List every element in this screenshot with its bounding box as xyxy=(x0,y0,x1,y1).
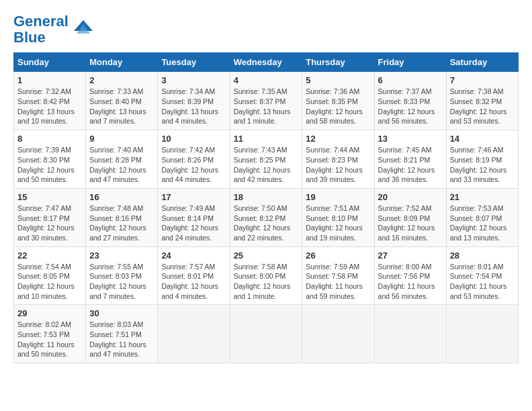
calendar-week-3: 15 Sunrise: 7:47 AMSunset: 8:17 PMDaylig… xyxy=(14,188,519,246)
day-number: 29 xyxy=(17,308,82,318)
day-number: 17 xyxy=(161,192,226,202)
calendar-cell xyxy=(158,305,230,363)
calendar-cell: 15 Sunrise: 7:47 AMSunset: 8:17 PMDaylig… xyxy=(14,188,86,246)
calendar-cell: 1 Sunrise: 7:32 AMSunset: 8:42 PMDayligh… xyxy=(14,72,86,130)
day-info: Sunrise: 7:37 AMSunset: 8:33 PMDaylight:… xyxy=(378,87,443,126)
day-number: 12 xyxy=(306,134,370,144)
calendar-cell: 17 Sunrise: 7:49 AMSunset: 8:14 PMDaylig… xyxy=(158,188,230,246)
calendar-cell: 12 Sunrise: 7:44 AMSunset: 8:23 PMDaylig… xyxy=(302,130,374,189)
col-header-saturday: Saturday xyxy=(446,53,518,72)
day-info: Sunrise: 7:40 AMSunset: 8:28 PMDaylight:… xyxy=(89,145,154,185)
day-info: Sunrise: 7:33 AMSunset: 8:40 PMDaylight:… xyxy=(89,87,154,126)
calendar-cell: 16 Sunrise: 7:48 AMSunset: 8:16 PMDaylig… xyxy=(86,188,158,246)
calendar-cell xyxy=(446,305,518,363)
calendar-cell: 2 Sunrise: 7:33 AMSunset: 8:40 PMDayligh… xyxy=(86,72,158,130)
calendar-cell: 22 Sunrise: 7:54 AMSunset: 8:05 PMDaylig… xyxy=(14,246,86,305)
day-info: Sunrise: 7:49 AMSunset: 8:14 PMDaylight:… xyxy=(161,203,226,243)
day-number: 2 xyxy=(89,75,154,85)
day-info: Sunrise: 7:50 AMSunset: 8:12 PMDaylight:… xyxy=(234,203,299,243)
day-number: 23 xyxy=(89,250,154,261)
day-number: 16 xyxy=(89,192,154,202)
day-info: Sunrise: 7:45 AMSunset: 8:21 PMDaylight:… xyxy=(378,145,443,185)
logo-icon xyxy=(71,17,95,42)
day-number: 21 xyxy=(450,192,515,202)
col-header-friday: Friday xyxy=(374,53,446,72)
calendar-cell xyxy=(374,305,446,363)
calendar-cell: 21 Sunrise: 7:53 AMSunset: 8:07 PMDaylig… xyxy=(446,188,518,246)
calendar-cell xyxy=(230,305,302,363)
calendar-cell: 30 Sunrise: 8:03 AMSunset: 7:51 PMDaylig… xyxy=(86,305,158,363)
day-info: Sunrise: 7:38 AMSunset: 8:32 PMDaylight:… xyxy=(450,87,515,126)
day-info: Sunrise: 8:03 AMSunset: 7:51 PMDaylight:… xyxy=(89,320,154,359)
day-number: 14 xyxy=(450,134,515,144)
calendar-week-5: 29 Sunrise: 8:02 AMSunset: 7:53 PMDaylig… xyxy=(14,305,519,363)
day-number: 18 xyxy=(234,192,299,202)
day-info: Sunrise: 7:57 AMSunset: 8:01 PMDaylight:… xyxy=(161,262,226,302)
calendar-cell xyxy=(302,305,374,363)
calendar-week-1: 1 Sunrise: 7:32 AMSunset: 8:42 PMDayligh… xyxy=(14,72,519,130)
page-header: GeneralBlue xyxy=(13,13,519,46)
logo-text: GeneralBlue xyxy=(13,13,69,46)
day-number: 30 xyxy=(89,308,154,318)
day-info: Sunrise: 7:53 AMSunset: 8:07 PMDaylight:… xyxy=(450,203,515,243)
calendar-cell: 5 Sunrise: 7:36 AMSunset: 8:35 PMDayligh… xyxy=(302,72,374,130)
day-info: Sunrise: 7:44 AMSunset: 8:23 PMDaylight:… xyxy=(306,145,370,185)
day-info: Sunrise: 7:51 AMSunset: 8:10 PMDaylight:… xyxy=(306,203,370,243)
day-info: Sunrise: 8:02 AMSunset: 7:53 PMDaylight:… xyxy=(17,320,82,359)
calendar-cell: 3 Sunrise: 7:34 AMSunset: 8:39 PMDayligh… xyxy=(158,72,230,130)
day-number: 19 xyxy=(306,192,370,202)
calendar-cell: 29 Sunrise: 8:02 AMSunset: 7:53 PMDaylig… xyxy=(14,305,86,363)
day-number: 7 xyxy=(450,75,515,85)
col-header-thursday: Thursday xyxy=(302,53,374,72)
day-number: 27 xyxy=(378,250,443,261)
day-info: Sunrise: 7:48 AMSunset: 8:16 PMDaylight:… xyxy=(89,203,154,243)
day-info: Sunrise: 7:47 AMSunset: 8:17 PMDaylight:… xyxy=(17,203,82,243)
calendar-week-2: 8 Sunrise: 7:39 AMSunset: 8:30 PMDayligh… xyxy=(14,130,519,189)
calendar-cell: 6 Sunrise: 7:37 AMSunset: 8:33 PMDayligh… xyxy=(374,72,446,130)
calendar-cell: 9 Sunrise: 7:40 AMSunset: 8:28 PMDayligh… xyxy=(86,130,158,189)
logo: GeneralBlue xyxy=(13,13,95,46)
day-info: Sunrise: 8:00 AMSunset: 7:56 PMDaylight:… xyxy=(378,262,443,302)
calendar-table: SundayMondayTuesdayWednesdayThursdayFrid… xyxy=(13,52,519,363)
calendar-cell: 8 Sunrise: 7:39 AMSunset: 8:30 PMDayligh… xyxy=(14,130,86,189)
calendar-cell: 23 Sunrise: 7:55 AMSunset: 8:03 PMDaylig… xyxy=(86,246,158,305)
calendar-cell: 14 Sunrise: 7:46 AMSunset: 8:19 PMDaylig… xyxy=(446,130,518,189)
day-number: 26 xyxy=(306,250,370,261)
calendar-cell: 26 Sunrise: 7:59 AMSunset: 7:58 PMDaylig… xyxy=(302,246,374,305)
calendar-week-4: 22 Sunrise: 7:54 AMSunset: 8:05 PMDaylig… xyxy=(14,246,519,305)
day-info: Sunrise: 7:55 AMSunset: 8:03 PMDaylight:… xyxy=(89,262,154,302)
day-number: 8 xyxy=(17,134,82,144)
calendar-header-row: SundayMondayTuesdayWednesdayThursdayFrid… xyxy=(14,53,519,72)
calendar-cell: 20 Sunrise: 7:52 AMSunset: 8:09 PMDaylig… xyxy=(374,188,446,246)
day-number: 11 xyxy=(234,134,299,144)
day-number: 28 xyxy=(450,250,515,261)
day-number: 15 xyxy=(17,192,82,202)
calendar-cell: 13 Sunrise: 7:45 AMSunset: 8:21 PMDaylig… xyxy=(374,130,446,189)
day-info: Sunrise: 7:58 AMSunset: 8:00 PMDaylight:… xyxy=(234,262,299,302)
day-number: 10 xyxy=(161,134,226,144)
col-header-sunday: Sunday xyxy=(14,53,86,72)
day-number: 22 xyxy=(17,250,82,261)
calendar-cell: 19 Sunrise: 7:51 AMSunset: 8:10 PMDaylig… xyxy=(302,188,374,246)
day-info: Sunrise: 7:35 AMSunset: 8:37 PMDaylight:… xyxy=(234,87,299,126)
day-number: 5 xyxy=(306,75,370,85)
calendar-cell: 18 Sunrise: 7:50 AMSunset: 8:12 PMDaylig… xyxy=(230,188,302,246)
day-number: 1 xyxy=(17,75,82,85)
day-info: Sunrise: 7:42 AMSunset: 8:26 PMDaylight:… xyxy=(161,145,226,185)
day-number: 3 xyxy=(161,75,226,85)
calendar-cell: 10 Sunrise: 7:42 AMSunset: 8:26 PMDaylig… xyxy=(158,130,230,189)
day-info: Sunrise: 7:59 AMSunset: 7:58 PMDaylight:… xyxy=(306,262,370,302)
calendar-cell: 11 Sunrise: 7:43 AMSunset: 8:25 PMDaylig… xyxy=(230,130,302,189)
day-info: Sunrise: 8:01 AMSunset: 7:54 PMDaylight:… xyxy=(450,262,515,302)
col-header-wednesday: Wednesday xyxy=(230,53,302,72)
col-header-monday: Monday xyxy=(86,53,158,72)
day-info: Sunrise: 7:54 AMSunset: 8:05 PMDaylight:… xyxy=(17,262,82,302)
calendar-cell: 4 Sunrise: 7:35 AMSunset: 8:37 PMDayligh… xyxy=(230,72,302,130)
calendar-cell: 25 Sunrise: 7:58 AMSunset: 8:00 PMDaylig… xyxy=(230,246,302,305)
day-number: 6 xyxy=(378,75,443,85)
calendar-cell: 24 Sunrise: 7:57 AMSunset: 8:01 PMDaylig… xyxy=(158,246,230,305)
calendar-cell: 28 Sunrise: 8:01 AMSunset: 7:54 PMDaylig… xyxy=(446,246,518,305)
day-number: 4 xyxy=(234,75,299,85)
day-number: 24 xyxy=(161,250,226,261)
calendar-cell: 7 Sunrise: 7:38 AMSunset: 8:32 PMDayligh… xyxy=(446,72,518,130)
